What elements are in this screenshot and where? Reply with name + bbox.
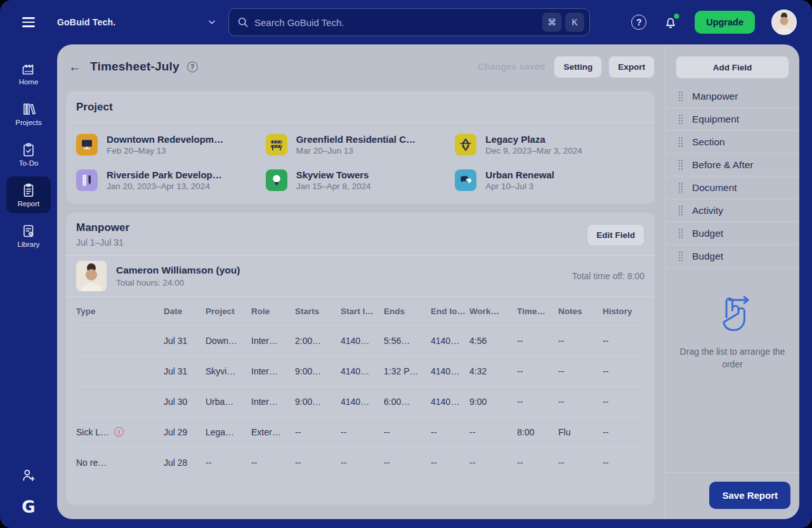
drag-handle-icon[interactable]: [678, 251, 683, 262]
edit-field-button[interactable]: Edit Field: [587, 224, 645, 246]
table-cell: 5:56…: [384, 336, 431, 346]
topbar-actions: ? Upgrade: [631, 10, 797, 35]
table-cell: --: [558, 336, 603, 346]
field-list-item[interactable]: Document: [665, 176, 799, 199]
project-item[interactable]: Downtown Redevelopm…Feb 20–May 13: [76, 134, 266, 155]
page-header: ← Timesheet-July ? Changes saved Setting…: [66, 51, 655, 82]
table-cell: --: [603, 427, 645, 437]
sidebar-item-home[interactable]: Home: [6, 55, 51, 91]
user-avatar[interactable]: [771, 10, 797, 35]
table-row[interactable]: Jul 31Skyvi…Inter…9:00…4140…1:32 P…4140……: [76, 355, 645, 386]
table-cell: --: [295, 427, 341, 437]
table-row[interactable]: Sick L…!Jul 29Lega…Exter…----------8:00F…: [76, 416, 645, 447]
drag-handle-icon[interactable]: [678, 182, 683, 194]
notifications-bell-icon[interactable]: [663, 15, 678, 30]
page-title: Timesheet-July: [90, 60, 180, 74]
table-cell: --: [295, 458, 341, 468]
sidebar-item-todo[interactable]: To-Do: [6, 136, 51, 173]
search-input[interactable]: [254, 17, 539, 28]
table-cell: --: [206, 458, 251, 468]
drag-handle-icon[interactable]: [678, 136, 683, 148]
field-list-item[interactable]: Budget: [665, 245, 799, 268]
org-name: GoBuid Tech.: [57, 17, 115, 27]
table-cell: 4140…: [431, 336, 469, 346]
main-area: ← Timesheet-July ? Changes saved Setting…: [57, 44, 665, 519]
field-list-item[interactable]: Equipment: [665, 108, 799, 131]
drag-handle-icon[interactable]: [678, 91, 683, 102]
drag-hand-icon: [712, 294, 754, 336]
drag-handle-icon[interactable]: [678, 114, 683, 125]
table-cell: --: [517, 336, 558, 346]
gobuid-logo[interactable]: G: [22, 499, 35, 515]
barricade-icon: [266, 134, 287, 155]
table-column-header: Project: [206, 307, 251, 316]
table-cell: --: [517, 366, 558, 376]
clipboard-check-icon: [21, 142, 36, 157]
gem-icon: [455, 134, 476, 155]
project-item[interactable]: Greenfield Residential C…Mar 20–Jun 13: [266, 134, 455, 155]
sidebar-bottom: G: [20, 467, 37, 515]
table-cell: Down…: [206, 336, 251, 346]
person-avatar: [76, 261, 107, 291]
document-gear-icon: [21, 223, 36, 239]
project-item[interactable]: Urban RenewalApr 10–Jul 3: [455, 169, 645, 191]
drag-handle-icon[interactable]: [678, 228, 683, 239]
person-row[interactable]: Cameron Williamson (you) Total hours: 24…: [66, 256, 655, 297]
field-list-item[interactable]: Activity: [665, 199, 799, 222]
drag-handle-icon[interactable]: [678, 205, 683, 216]
table-cell: --: [384, 458, 431, 468]
add-field-button[interactable]: Add Field: [676, 56, 789, 79]
field-list-item[interactable]: Before & After: [665, 154, 799, 176]
manpower-title: Manpower: [76, 221, 129, 234]
table-cell: --: [603, 336, 645, 346]
field-list-item[interactable]: Manpower: [665, 85, 799, 108]
search-icon: [237, 16, 249, 29]
field-list-item[interactable]: Budget: [665, 222, 799, 245]
project-card: Project Downtown Redevelopm…Feb 20–May 1…: [66, 91, 655, 204]
table-cell: --: [558, 397, 603, 407]
setting-button[interactable]: Setting: [554, 56, 602, 78]
table-row[interactable]: No re…Jul 28--------------------: [76, 447, 645, 477]
project-item[interactable]: Legacy PlazaDec 9, 2023–Mar 3, 2024: [455, 134, 645, 155]
help-icon[interactable]: ?: [631, 15, 646, 30]
back-arrow-icon[interactable]: ←: [69, 60, 81, 74]
info-icon[interactable]: ?: [187, 62, 198, 72]
upgrade-button[interactable]: Upgrade: [695, 11, 755, 34]
save-report-button[interactable]: Save Report: [709, 482, 790, 509]
app-window: GoBuid Tech. ⌘ K ? Upgrade Home: [0, 0, 812, 528]
sidebar-item-report[interactable]: Report: [6, 176, 51, 213]
export-button[interactable]: Export: [608, 56, 655, 78]
project-item[interactable]: Skyview TowersJan 15–Apr 8, 2024: [266, 169, 455, 191]
table-row[interactable]: Jul 30Urba…Inter…9:00…4140…6:00…4140…9:0…: [76, 386, 645, 416]
table-column-header: Starts: [295, 307, 341, 316]
table-cell: Inter…: [251, 336, 295, 346]
table-column-header: History: [603, 307, 645, 316]
hamburger-menu-icon[interactable]: [0, 17, 57, 27]
content-surface: ← Timesheet-July ? Changes saved Setting…: [57, 44, 799, 519]
sidebar-item-library[interactable]: Library: [6, 217, 51, 254]
table-cell: 4:56: [469, 336, 517, 346]
clipboard-report-icon: [21, 183, 36, 198]
search-bar[interactable]: ⌘ K: [228, 8, 590, 36]
table-cell: Jul 31: [164, 336, 206, 346]
drag-hint-block: Drag the list to arrange the order: [665, 294, 799, 371]
org-selector[interactable]: GoBuid Tech.: [57, 17, 223, 27]
books-icon: [21, 102, 36, 117]
table-cell: --: [341, 427, 384, 437]
project-item[interactable]: Riverside Park Develop…Jan 20, 2023–Apr …: [76, 169, 266, 191]
table-cell: 4140…: [341, 336, 384, 346]
drag-handle-icon[interactable]: [678, 159, 683, 171]
person-total-hours: Total hours: 24:00: [116, 278, 240, 287]
project-section-title: Project: [76, 101, 113, 114]
table-cell: Inter…: [251, 366, 295, 376]
field-list-item[interactable]: Section: [665, 131, 799, 154]
table-row[interactable]: Jul 31Down…Inter…2:00…4140…5:56…4140…4:5…: [76, 325, 645, 355]
table-cell: 9:00…: [295, 366, 341, 376]
chat-icon: [455, 169, 476, 191]
table-cell: 2:00…: [295, 336, 341, 346]
sidebar-item-projects[interactable]: Projects: [6, 95, 51, 132]
table-cell: --: [341, 458, 384, 468]
person-total-time-off: Total time off: 8:00: [572, 271, 645, 281]
invite-user-icon[interactable]: [20, 467, 37, 484]
table-cell: 9:00: [469, 397, 517, 407]
